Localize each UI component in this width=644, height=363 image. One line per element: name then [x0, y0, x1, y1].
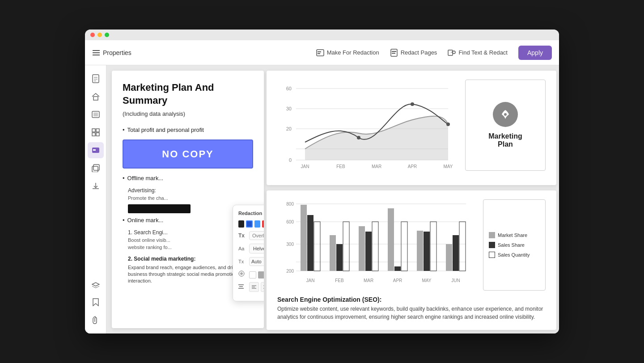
overlay-text-input[interactable]	[249, 231, 264, 240]
svg-rect-16	[93, 97, 98, 100]
align-icon	[238, 284, 246, 290]
legend-sales-share-label: Sales Share	[498, 242, 525, 248]
sidebar-item-attachment[interactable]	[88, 312, 104, 328]
svg-text:APR: APR	[393, 278, 402, 283]
find-redact-icon	[448, 49, 456, 57]
svg-rect-2	[93, 55, 100, 55]
svg-rect-77	[336, 244, 343, 271]
color-swatch-blue[interactable]	[254, 220, 260, 228]
bullet-2: • Offline mark...	[123, 174, 253, 183]
bar-chart-svg: 800 600 300 200	[277, 199, 476, 289]
text-color-gray[interactable]	[258, 271, 264, 279]
size-row: Tx − +	[238, 257, 264, 266]
svg-text:JAN: JAN	[301, 164, 309, 169]
properties-label: Properties	[103, 49, 131, 56]
svg-text:20: 20	[286, 126, 292, 131]
bullet-2-text: Offline mark...	[127, 174, 164, 183]
redaction-icon	[316, 49, 324, 57]
svg-rect-78	[343, 222, 349, 271]
svg-text:FEB: FEB	[336, 164, 345, 169]
sidebar-icons	[85, 65, 106, 333]
svg-text:600: 600	[286, 219, 294, 224]
legend-market-share-label: Market Share	[498, 232, 527, 238]
legend-swatch-dark	[489, 242, 495, 248]
svg-rect-1	[93, 52, 100, 53]
font-select[interactable]: Helvetica - Regular	[249, 244, 264, 253]
advertising-desc: Promote the cha...	[128, 194, 253, 202]
svg-rect-84	[401, 222, 407, 271]
toolbar-tabs: Make For Redaction Redact Pages	[316, 47, 508, 59]
svg-text:200: 200	[286, 269, 294, 274]
apply-button[interactable]: Apply	[518, 46, 552, 60]
text-color-white[interactable]	[249, 271, 256, 279]
svg-text:30: 30	[286, 106, 292, 111]
tab-make-for-redaction[interactable]: Make For Redaction	[316, 47, 379, 59]
svg-point-57	[446, 122, 450, 126]
sidebar-item-redact-active[interactable]	[88, 142, 104, 158]
svg-text:JAN: JAN	[306, 278, 315, 283]
svg-rect-22	[96, 129, 99, 132]
page-redact-icon	[390, 49, 398, 57]
color-swatch-red[interactable]	[262, 220, 264, 228]
align-center-btn[interactable]	[261, 282, 264, 292]
bullet-3-text: Online mark...	[127, 216, 164, 225]
overlay-text-row: Tx	[238, 231, 264, 240]
align-buttons	[249, 282, 264, 292]
svg-rect-9	[448, 50, 453, 55]
marketing-plan-box: MarketingPlan	[465, 80, 546, 171]
align-left-btn[interactable]	[249, 282, 259, 292]
color-swatch-darkblue[interactable]	[246, 220, 252, 228]
marketing-plan-label: MarketingPlan	[488, 132, 522, 148]
svg-rect-80	[365, 232, 372, 271]
size-input[interactable]	[249, 257, 264, 266]
svg-rect-24	[96, 133, 99, 136]
sidebar-item-bookmark[interactable]	[88, 294, 104, 310]
sidebar-item-grid[interactable]	[88, 124, 104, 140]
maximize-dot[interactable]	[105, 33, 109, 37]
svg-rect-3	[317, 50, 324, 56]
svg-rect-90	[459, 222, 466, 271]
sidebar-item-download[interactable]	[88, 178, 104, 194]
line-chart-container: 60 30 20 0	[277, 80, 458, 171]
bullet-1: • Total profit and personal profit	[123, 126, 253, 135]
svg-rect-85	[417, 231, 423, 271]
svg-rect-7	[392, 51, 396, 52]
text-color-swatches	[249, 271, 264, 279]
tab-redact-pages[interactable]: Redact Pages	[390, 47, 437, 59]
main-layout: Marketing Plan And Summary (Including da…	[85, 65, 559, 333]
menu-icon	[92, 49, 100, 57]
legend-sales-quantity: Sales Quantity	[489, 252, 540, 258]
pages-right: 60 30 20 0	[264, 65, 559, 333]
sidebar-item-document[interactable]	[88, 71, 104, 87]
close-dot[interactable]	[90, 33, 95, 37]
line-chart-svg: 60 30 20 0	[277, 80, 458, 169]
sidebar-item-copy[interactable]	[88, 160, 104, 176]
font-row: Aa Helvetica - Regular	[238, 244, 264, 253]
tab1-label: Make For Redaction	[327, 49, 379, 56]
color-swatch-black[interactable]	[238, 220, 244, 228]
legend-sales-quantity-label: Sales Quantity	[498, 252, 530, 257]
svg-rect-83	[394, 266, 401, 271]
sidebar-item-list[interactable]	[88, 106, 104, 122]
no-copy-banner: NO COPY	[123, 139, 253, 169]
svg-text:60: 60	[286, 86, 292, 91]
svg-rect-4	[318, 51, 321, 52]
sidebar-bottom	[88, 276, 104, 333]
svg-rect-89	[453, 235, 459, 271]
svg-rect-86	[424, 232, 430, 271]
svg-rect-87	[430, 222, 436, 271]
svg-text:0: 0	[289, 157, 292, 163]
sidebar-item-layers[interactable]	[88, 276, 104, 292]
document-area: Marketing Plan And Summary (Including da…	[106, 65, 559, 333]
svg-point-30	[240, 272, 243, 275]
sidebar-item-home[interactable]	[88, 89, 104, 105]
page-left: Marketing Plan And Summary (Including da…	[112, 71, 264, 328]
popup-title: Redaction Properties	[238, 211, 264, 216]
minimize-dot[interactable]	[97, 33, 102, 37]
size-number-row: − +	[249, 257, 264, 266]
tab-find-text-redact[interactable]: Find Text & Redact	[448, 47, 508, 59]
svg-point-10	[453, 51, 455, 54]
svg-text:MAR: MAR	[364, 278, 373, 283]
tab2-label: Redact Pages	[401, 49, 437, 56]
legend-swatch-white	[489, 252, 495, 258]
